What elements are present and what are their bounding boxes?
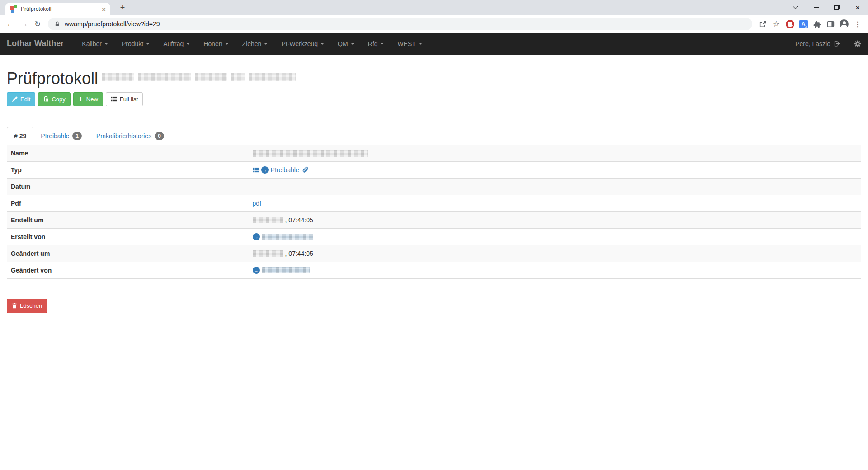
- profile-avatar[interactable]: [837, 17, 851, 31]
- translate-icon[interactable]: A: [797, 17, 810, 31]
- table-row-geaendert-um: Geändert um , 07:44:05: [7, 245, 861, 262]
- user-name: Pere, Laszlo: [795, 40, 830, 47]
- redacted-subtitle: [102, 67, 296, 85]
- tab-pmkalibrierhistories[interactable]: Pmkalibrierhistories 0: [89, 127, 171, 145]
- extensions-puzzle-icon[interactable]: [810, 17, 824, 31]
- browser-tab-strip: Prüfprotokoll: [0, 0, 868, 15]
- nav-item-qm[interactable]: QM: [331, 33, 361, 54]
- list-icon[interactable]: [253, 167, 259, 173]
- redacted-modified-date: [253, 250, 283, 257]
- bookmark-star-icon[interactable]: [769, 17, 783, 31]
- user-logout-link[interactable]: Pere, Laszlo: [795, 40, 840, 47]
- chevron-down-icon: [186, 43, 190, 45]
- delete-button[interactable]: Löschen: [7, 299, 47, 313]
- redacted-name-value: [253, 150, 368, 157]
- arrow-circle-right-icon[interactable]: [253, 267, 260, 274]
- browser-toolbar: wwamp/pruefprotokoll/view?id=29 A: [0, 15, 868, 33]
- chevron-down-icon: [419, 43, 422, 45]
- row-label: Geändert von: [7, 262, 249, 279]
- row-label: Geändert um: [7, 245, 249, 262]
- chevron-down-icon: [380, 43, 384, 45]
- nav-item-auftrag[interactable]: Auftrag: [156, 33, 197, 54]
- table-row-geaendert-von: Geändert von: [7, 262, 861, 279]
- redacted-created-by-link[interactable]: [262, 234, 313, 240]
- lock-icon: [54, 21, 60, 27]
- pdf-link[interactable]: pdf: [253, 200, 261, 207]
- url-text: wwamp/pruefprotokoll/view?id=29: [65, 20, 160, 28]
- row-label: Erstellt von: [7, 229, 249, 245]
- chevron-down-icon: [225, 43, 229, 45]
- window-overflow-chevron-icon[interactable]: [785, 0, 806, 14]
- typ-link[interactable]: PIreibahle: [271, 165, 299, 174]
- edit-button[interactable]: Edit: [7, 92, 35, 107]
- paperclip-icon[interactable]: [302, 166, 309, 174]
- tab-pmkalibrierhistories-count-badge: 0: [155, 132, 164, 140]
- adblock-extension-icon[interactable]: [783, 17, 797, 31]
- row-label: Erstellt um: [7, 212, 249, 229]
- row-label: Pdf: [7, 195, 249, 212]
- chevron-down-icon: [264, 43, 268, 45]
- page-title: Prüfprotokoll: [7, 67, 861, 88]
- detail-tabs: # 29 PIreibahle 1 Pmkalibrierhistories 0: [7, 127, 861, 145]
- app-navbar: Lothar Walther Kaliber Produkt Auftrag H…: [0, 33, 868, 55]
- chevron-down-icon: [146, 43, 150, 45]
- window-minimize-button[interactable]: [806, 0, 826, 14]
- arrow-circle-right-icon[interactable]: [253, 233, 260, 240]
- forward-icon[interactable]: [17, 17, 31, 31]
- window-controls: [785, 0, 868, 14]
- chevron-down-icon: [321, 43, 324, 45]
- table-row-datum: Datum: [7, 179, 861, 195]
- table-row-pdf: Pdf pdf: [7, 195, 861, 212]
- row-label: Datum: [7, 179, 249, 195]
- new-tab-button[interactable]: [117, 3, 128, 13]
- datum-value-empty: [249, 179, 861, 195]
- redacted-modified-by-link[interactable]: [262, 267, 310, 273]
- table-row-erstellt-um: Erstellt um , 07:44:05: [7, 212, 861, 229]
- tab-title: Prüfprotokoll: [21, 6, 98, 12]
- share-icon[interactable]: [756, 17, 769, 31]
- tab-close-icon[interactable]: [102, 6, 106, 13]
- full-list-button[interactable]: Full list: [106, 92, 143, 107]
- site-favicon: [10, 5, 17, 13]
- nav-item-west[interactable]: WEST: [391, 33, 429, 54]
- chevron-down-icon: [104, 43, 108, 45]
- arrow-circle-right-icon[interactable]: [261, 166, 269, 174]
- side-panel-icon[interactable]: [824, 17, 837, 31]
- brand-logo[interactable]: Lothar Walther: [7, 39, 75, 48]
- copy-button[interactable]: Copy: [38, 92, 70, 107]
- window-restore-button[interactable]: [826, 0, 847, 14]
- modified-time: , 07:44:05: [285, 249, 313, 258]
- settings-gear-icon[interactable]: [854, 40, 861, 47]
- new-button[interactable]: New: [73, 92, 103, 107]
- pencil-icon: [12, 96, 18, 102]
- tab-pireibahle[interactable]: PIreibahle 1: [33, 127, 89, 145]
- detail-view-table: Name Typ PIreibahle: [7, 145, 861, 279]
- nav-item-kaliber[interactable]: Kaliber: [75, 33, 115, 54]
- row-label: Name: [7, 145, 249, 162]
- browser-menu-icon[interactable]: [851, 17, 864, 31]
- row-label: Typ: [7, 162, 249, 179]
- plus-icon: [78, 96, 84, 102]
- window-close-button[interactable]: [847, 0, 868, 14]
- reload-icon[interactable]: [31, 17, 44, 31]
- trash-icon: [12, 303, 17, 309]
- table-row-name: Name: [7, 145, 861, 162]
- back-icon[interactable]: [4, 17, 17, 31]
- table-row-typ: Typ PIreibahle: [7, 162, 861, 179]
- nav-item-honen[interactable]: Honen: [197, 33, 235, 54]
- nav-item-pi-werkzeug[interactable]: PI-Werkzeug: [274, 33, 331, 54]
- tab-pireibahle-count-badge: 1: [72, 132, 82, 140]
- browser-tab[interactable]: Prüfprotokoll: [5, 3, 110, 15]
- nav-item-ziehen[interactable]: Ziehen: [236, 33, 275, 54]
- list-icon: [111, 96, 117, 102]
- chevron-down-icon: [351, 43, 354, 45]
- redacted-created-date: [253, 217, 283, 223]
- logout-icon: [834, 40, 840, 47]
- created-time: , 07:44:05: [285, 216, 313, 225]
- address-bar[interactable]: wwamp/pruefprotokoll/view?id=29: [48, 18, 752, 30]
- nav-item-rfg[interactable]: Rfg: [361, 33, 391, 54]
- nav-item-produkt[interactable]: Produkt: [115, 33, 156, 54]
- tab-record-id[interactable]: # 29: [7, 127, 33, 145]
- paste-icon: [43, 96, 49, 102]
- action-toolbar: Edit Copy New Full list: [7, 92, 861, 107]
